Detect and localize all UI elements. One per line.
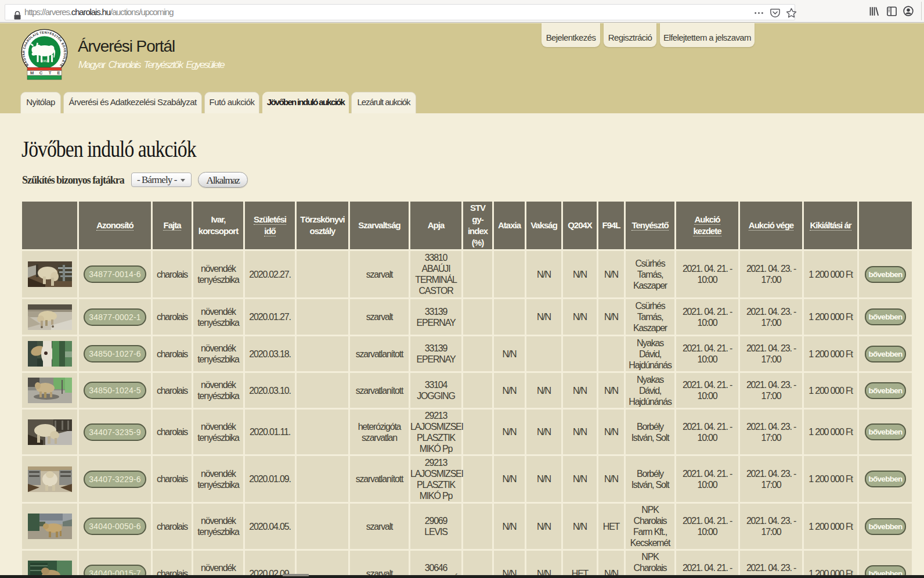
svg-text:T: T (49, 70, 52, 76)
svg-text:1962: 1962 (42, 60, 48, 63)
svg-text:E: E (57, 70, 60, 76)
svg-text:C: C (39, 70, 43, 76)
svg-text:M: M (30, 70, 34, 76)
